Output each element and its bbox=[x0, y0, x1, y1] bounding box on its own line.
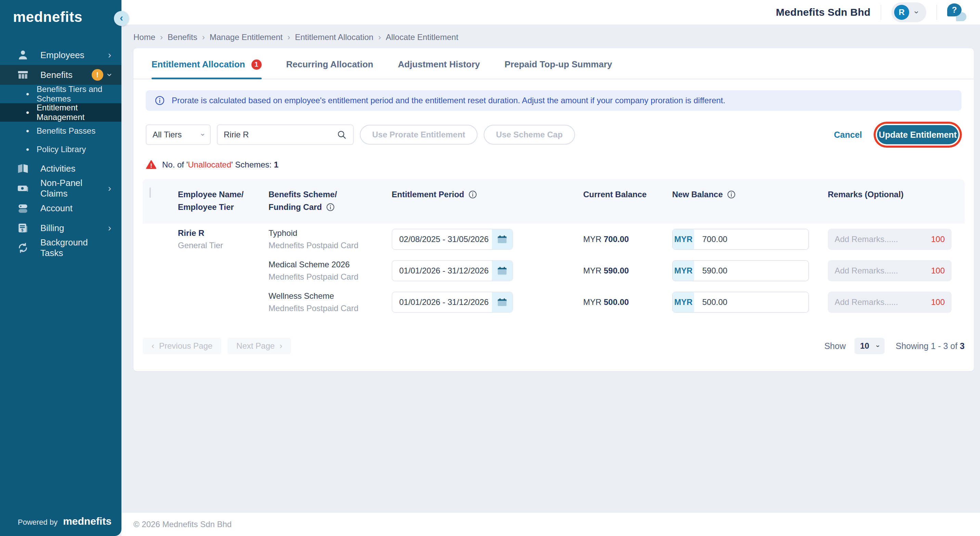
previous-page-button[interactable]: ‹ Previous Page bbox=[143, 338, 221, 354]
sidebar-collapse-button[interactable]: ‹ bbox=[114, 11, 129, 26]
tab-recurring-allocation[interactable]: Recurring Allocation bbox=[286, 59, 374, 79]
tier-filter-select[interactable]: All Tiers › bbox=[146, 124, 211, 145]
divider bbox=[937, 5, 937, 20]
sidebar-item-activities[interactable]: Activities bbox=[0, 159, 121, 178]
benefits-icon bbox=[16, 68, 32, 81]
col-period-header: Entitlement Period bbox=[392, 188, 583, 213]
tab-label: Adjustment History bbox=[398, 59, 480, 70]
sidebar-subitem-benefits-passes[interactable]: • Benefits Passes bbox=[0, 122, 121, 140]
filter-toolbar: All Tiers › Use Prorate Entitlement Use … bbox=[146, 124, 965, 145]
remarks-input[interactable] bbox=[835, 235, 928, 244]
breadcrumb-manage-entitlement[interactable]: Manage Entitlement bbox=[210, 32, 283, 42]
select-all-checkbox[interactable] bbox=[150, 187, 151, 198]
next-page-button[interactable]: Next Page › bbox=[228, 338, 291, 354]
calendar-icon bbox=[496, 265, 508, 276]
new-balance-field: MYR bbox=[672, 260, 809, 281]
sidebar-item-non-panel-claims[interactable]: Non-Panel Claims › bbox=[0, 178, 121, 198]
info-icon[interactable] bbox=[468, 190, 477, 199]
breadcrumb-separator: › bbox=[202, 32, 205, 42]
info-icon[interactable] bbox=[326, 203, 335, 212]
powered-by-label: Powered by bbox=[18, 518, 57, 527]
top-header-bar: Mednefits Sdn Bhd R › ? bbox=[121, 0, 980, 25]
showing-range: Showing 1 - 3 of 3 bbox=[896, 341, 965, 351]
use-prorate-entitlement-button[interactable]: Use Prorate Entitlement bbox=[360, 125, 477, 144]
current-balance: MYR 700.00 bbox=[583, 235, 672, 244]
user-menu[interactable]: R › bbox=[891, 2, 926, 22]
table-row: Wellness Scheme Mednefits Postpaid Card … bbox=[143, 287, 965, 318]
breadcrumb-separator: › bbox=[287, 32, 290, 42]
tab-prepaid-topup-summary[interactable]: Prepaid Top-up Summary bbox=[504, 59, 612, 79]
update-entitlement-button[interactable]: Update Entitlement bbox=[877, 125, 958, 144]
claims-icon bbox=[16, 182, 32, 195]
sidebar-item-label: Account bbox=[40, 203, 111, 214]
info-icon[interactable] bbox=[727, 190, 736, 199]
calendar-button[interactable] bbox=[492, 292, 512, 312]
tab-adjustment-history[interactable]: Adjustment History bbox=[398, 59, 480, 79]
new-balance-input[interactable] bbox=[694, 261, 808, 281]
company-name: Mednefits Sdn Bhd bbox=[776, 6, 870, 18]
new-balance-input[interactable] bbox=[694, 229, 808, 249]
tier-filter-value: All Tiers bbox=[153, 130, 181, 140]
scheme-name: Medical Scheme 2026 bbox=[269, 260, 392, 270]
period-value[interactable]: 01/01/2026 - 31/12/2026 bbox=[392, 292, 492, 312]
entitlement-table: Employee Name/ Employee Tier Benefits Sc… bbox=[143, 179, 965, 318]
funding-card: Mednefits Postpaid Card bbox=[269, 304, 392, 313]
chevron-right-icon: › bbox=[108, 223, 111, 233]
app-window: mednefits Employees › Benefits ! › • Ben… bbox=[0, 0, 980, 536]
sidebar-item-label: Employees bbox=[40, 50, 108, 60]
breadcrumb-allocate-entitlement[interactable]: Allocate Entitlement bbox=[386, 32, 458, 42]
sidebar-item-background-tasks[interactable]: Background Tasks bbox=[0, 238, 121, 258]
chevron-right-icon: › bbox=[280, 341, 282, 351]
sidebar: mednefits Employees › Benefits ! › • Ben… bbox=[0, 0, 121, 536]
sidebar-item-account[interactable]: Account bbox=[0, 198, 121, 218]
avatar: R bbox=[894, 5, 909, 20]
bullet-icon: • bbox=[26, 89, 29, 100]
chevron-down-icon: › bbox=[105, 73, 114, 76]
breadcrumb-home[interactable]: Home bbox=[134, 32, 155, 42]
calendar-button[interactable] bbox=[492, 229, 512, 249]
help-button[interactable]: ? bbox=[947, 3, 966, 21]
next-page-label: Next Page bbox=[236, 341, 275, 351]
mednefits-footer-logo: mednefits bbox=[63, 515, 111, 527]
new-balance-input[interactable] bbox=[694, 292, 808, 312]
period-value[interactable]: 02/08/2025 - 31/05/2026 bbox=[392, 229, 492, 249]
divider bbox=[881, 5, 881, 20]
sidebar-subitem-benefits-tiers[interactable]: • Benefits Tiers and Schemes bbox=[0, 85, 121, 103]
employee-name: Ririe R bbox=[178, 228, 269, 238]
sidebar-subitem-entitlement-management[interactable]: • Entitlement Management bbox=[0, 103, 121, 122]
period-value[interactable]: 01/01/2026 - 31/12/2026 bbox=[392, 261, 492, 281]
search-input[interactable] bbox=[224, 130, 337, 140]
col-remarks-header: Remarks (Optional) bbox=[828, 188, 965, 213]
breadcrumb-benefits[interactable]: Benefits bbox=[168, 32, 197, 42]
remarks-input[interactable] bbox=[835, 297, 928, 307]
remarks-input[interactable] bbox=[835, 266, 928, 276]
main-area: Mednefits Sdn Bhd R › ? Home › Benefits … bbox=[121, 0, 980, 536]
sidebar-item-benefits[interactable]: Benefits ! › bbox=[0, 65, 121, 85]
copyright-text: © 2026 Mednefits Sdn Bhd bbox=[134, 520, 232, 529]
search-icon[interactable] bbox=[337, 130, 347, 140]
sidebar-subitem-policy-library[interactable]: • Policy Library bbox=[0, 140, 121, 159]
chevron-down-icon: › bbox=[913, 11, 921, 14]
warning-middle: ' Schemes: bbox=[231, 160, 274, 169]
tasks-icon bbox=[16, 241, 32, 254]
remarks-char-counter: 100 bbox=[931, 297, 945, 307]
col-current-balance-header: Current Balance bbox=[583, 188, 672, 213]
account-icon bbox=[16, 202, 32, 215]
use-scheme-cap-button[interactable]: Use Scheme Cap bbox=[484, 125, 575, 144]
currency-prefix: MYR bbox=[673, 261, 694, 281]
page-footer: © 2026 Mednefits Sdn Bhd bbox=[121, 513, 980, 536]
new-balance-field: MYR bbox=[672, 292, 809, 313]
funding-card: Mednefits Postpaid Card bbox=[269, 241, 392, 250]
page-size-value: 10 bbox=[860, 341, 869, 351]
sidebar-item-label: Billing bbox=[40, 223, 108, 233]
sidebar-item-employees[interactable]: Employees › bbox=[0, 45, 121, 65]
tab-entitlement-allocation[interactable]: Entitlement Allocation 1 bbox=[151, 59, 262, 79]
entitlement-period-field: 02/08/2025 - 31/05/2026 bbox=[392, 229, 513, 250]
tab-label: Entitlement Allocation bbox=[151, 59, 245, 70]
breadcrumb-entitlement-allocation[interactable]: Entitlement Allocation bbox=[295, 32, 373, 42]
page-size-select[interactable]: 10 › bbox=[854, 338, 885, 354]
calendar-button[interactable] bbox=[492, 261, 512, 281]
current-balance: MYR 590.00 bbox=[583, 266, 672, 276]
sidebar-item-billing[interactable]: $ Billing › bbox=[0, 218, 121, 238]
cancel-button[interactable]: Cancel bbox=[834, 130, 862, 140]
